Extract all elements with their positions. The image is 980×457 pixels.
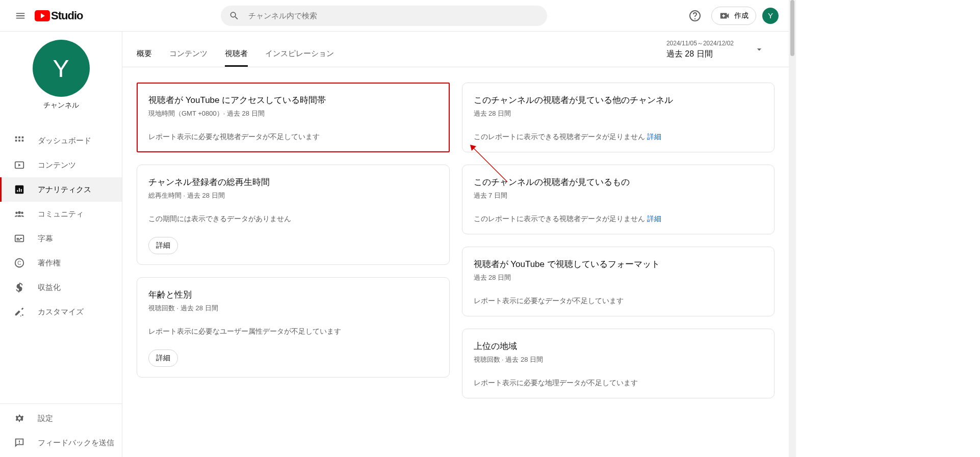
scrollbar-thumb[interactable]	[790, 0, 794, 56]
sidebar-item-customize[interactable]: カスタマイズ	[0, 300, 122, 324]
channel-name	[0, 112, 122, 121]
card-sub: 現地時間（GMT +0800）· 過去 28 日間	[148, 109, 438, 118]
youtube-icon	[35, 10, 50, 21]
sidebar-item-label: コミュニティ	[38, 209, 84, 219]
create-button[interactable]: 作成	[711, 7, 756, 25]
channel-block[interactable]: Y チャンネル	[0, 32, 122, 121]
card-title: このチャンネルの視聴者が見ているもの	[474, 176, 763, 188]
sidebar-item-label: フィードバックを送信	[38, 438, 114, 448]
sidebar-item-label: カスタマイズ	[38, 307, 84, 317]
hamburger-menu[interactable]	[10, 6, 31, 26]
sidebar-item-analytics[interactable]: アナリティクス	[0, 177, 122, 202]
tabs-row: 概要コンテンツ視聴者インスピレーション 2024/11/05～2024/12/0…	[122, 32, 789, 67]
svg-text:C: C	[17, 260, 21, 266]
card-body: レポート表示に必要なユーザー属性データが不足しています	[148, 327, 438, 336]
card-title: チャンネル登録者の総再生時間	[148, 176, 438, 188]
channel-avatar: Y	[33, 40, 90, 97]
search-icon	[229, 10, 240, 21]
details-link[interactable]: 詳細	[647, 214, 661, 224]
search-input[interactable]	[247, 11, 538, 20]
help-button[interactable]	[685, 6, 705, 26]
channel-label: チャンネル	[0, 101, 122, 110]
tab-2[interactable]: 視聴者	[225, 35, 248, 67]
main: 概要コンテンツ視聴者インスピレーション 2024/11/05～2024/12/0…	[122, 32, 789, 457]
sidebar-item-label: アナリティクス	[38, 185, 91, 195]
card: このチャンネルの視聴者が見ている他のチャンネル過去 28 日間このレポートに表示…	[462, 83, 775, 152]
sidebar-item-community[interactable]: コミュニティ	[0, 202, 122, 226]
analytics-icon	[13, 183, 25, 196]
card-body: レポート表示に必要な視聴者データが不足しています	[148, 132, 438, 142]
card: チャンネル登録者の総再生時間総再生時間 · 過去 28 日間この期間には表示でき…	[137, 165, 450, 265]
sidebar: Y チャンネル ダッシュボードコンテンツアナリティクスコミュニティ字幕C著作権収…	[0, 32, 122, 457]
card-title: 上位の地域	[474, 340, 763, 352]
subtitles-icon	[13, 232, 25, 245]
card-body: レポート表示に必要なデータが不足しています	[474, 297, 763, 306]
card-sub: 視聴回数 · 過去 28 日間	[474, 355, 763, 364]
monetize-icon	[13, 281, 25, 293]
create-label: 作成	[734, 11, 749, 20]
hamburger-icon	[15, 10, 26, 21]
header: Studio 作成 Y	[0, 0, 789, 32]
copyright-icon: C	[13, 257, 25, 269]
sidebar-item-copyright[interactable]: C著作権	[0, 251, 122, 275]
card: このチャンネルの視聴者が見ているもの過去 7 日間このレポートに表示できる視聴者…	[462, 165, 775, 234]
nav-bottom: 設定フィードバックを送信	[0, 404, 122, 457]
logo-text: Studio	[51, 9, 83, 22]
nav: ダッシュボードコンテンツアナリティクスコミュニティ字幕C著作権収益化カスタマイズ	[0, 128, 122, 404]
date-range: 2024/11/05～2024/12/02	[666, 39, 734, 48]
settings-icon	[13, 412, 25, 424]
card: 年齢と性別視聴回数 · 過去 28 日間レポート表示に必要なユーザー属性データが…	[137, 277, 450, 378]
dashboard-icon	[13, 135, 25, 147]
customize-icon	[13, 306, 25, 318]
date-label: 過去 28 日間	[666, 49, 734, 60]
tab-1[interactable]: コンテンツ	[169, 35, 208, 67]
sidebar-item-label: 収益化	[38, 283, 61, 292]
sidebar-item-dashboard[interactable]: ダッシュボード	[0, 128, 122, 153]
cards-grid: 視聴者が YouTube にアクセスしている時間帯現地時間（GMT +0800）…	[122, 67, 789, 414]
sidebar-item-label: 設定	[38, 414, 53, 423]
sidebar-item-label: コンテンツ	[38, 160, 76, 170]
community-icon	[13, 208, 25, 220]
card-body: このレポートに表示できる視聴者データが足りません 詳細	[474, 214, 763, 224]
chevron-down-icon	[754, 44, 764, 55]
sidebar-item-settings[interactable]: 設定	[0, 406, 122, 431]
details-button[interactable]: 詳細	[148, 350, 178, 367]
card-sub: 過去 28 日間	[474, 273, 763, 282]
card: 視聴者が YouTube にアクセスしている時間帯現地時間（GMT +0800）…	[137, 83, 450, 152]
card-title: このチャンネルの視聴者が見ている他のチャンネル	[474, 94, 763, 106]
card-body: レポート表示に必要な地理データが不足しています	[474, 379, 763, 388]
sidebar-item-subtitles[interactable]: 字幕	[0, 226, 122, 251]
sidebar-item-label: 著作権	[38, 258, 61, 268]
details-button[interactable]: 詳細	[148, 237, 178, 254]
details-link[interactable]: 詳細	[647, 132, 661, 142]
tabs: 概要コンテンツ視聴者インスピレーション	[137, 32, 334, 67]
card-title: 視聴者が YouTube で視聴しているフォーマット	[474, 258, 763, 270]
account-avatar[interactable]: Y	[762, 8, 779, 24]
card-body: このレポートに表示できる視聴者データが足りません 詳細	[474, 132, 763, 142]
tab-3[interactable]: インスピレーション	[265, 35, 334, 67]
help-icon	[689, 10, 701, 22]
card-sub: 過去 7 日間	[474, 191, 763, 200]
sidebar-item-feedback[interactable]: フィードバックを送信	[0, 431, 122, 455]
studio-logo[interactable]: Studio	[35, 9, 83, 22]
card-title: 年齢と性別	[148, 289, 438, 301]
card-sub: 視聴回数 · 過去 28 日間	[148, 304, 438, 313]
create-icon	[719, 10, 730, 21]
card: 視聴者が YouTube で視聴しているフォーマット過去 28 日間レポート表示…	[462, 247, 775, 316]
date-picker[interactable]: 2024/11/05～2024/12/02 過去 28 日間	[666, 39, 775, 60]
sidebar-item-label: ダッシュボード	[38, 136, 91, 146]
sidebar-item-content[interactable]: コンテンツ	[0, 153, 122, 177]
svg-point-8	[20, 315, 21, 316]
card-title: 視聴者が YouTube にアクセスしている時間帯	[148, 94, 438, 106]
svg-point-7	[22, 314, 23, 316]
tab-0[interactable]: 概要	[137, 35, 152, 67]
search-box[interactable]	[221, 6, 547, 26]
svg-rect-4	[15, 235, 24, 242]
card: 上位の地域視聴回数 · 過去 28 日間レポート表示に必要な地理データが不足して…	[462, 329, 775, 398]
sidebar-item-label: 字幕	[38, 234, 53, 244]
feedback-icon	[13, 437, 25, 449]
card-body: この期間には表示できるデータがありません	[148, 214, 438, 224]
card-sub: 過去 28 日間	[474, 109, 763, 118]
sidebar-item-monetize[interactable]: 収益化	[0, 275, 122, 300]
content-icon	[13, 159, 25, 171]
